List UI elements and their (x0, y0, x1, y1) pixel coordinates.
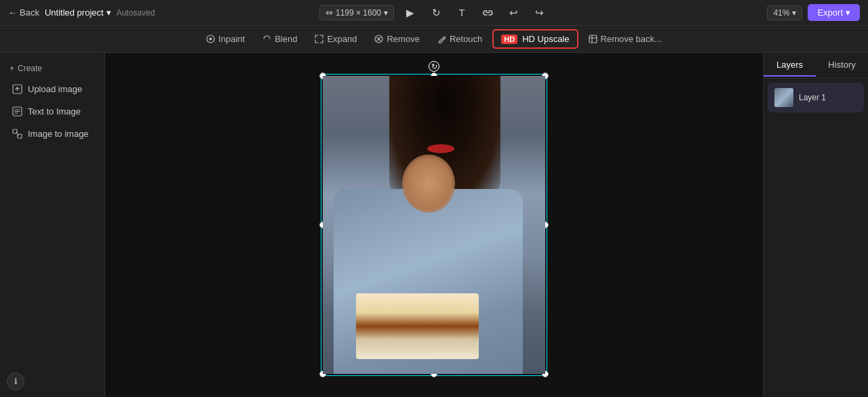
retouch-button[interactable]: Retouch (430, 30, 490, 47)
undo-tool[interactable]: ↩ (504, 3, 523, 22)
tab-history[interactable]: History (816, 54, 868, 77)
layer-item-1[interactable]: Layer 1 (768, 83, 864, 112)
remove-button[interactable]: Remove (367, 30, 427, 47)
export-chevron: ▾ (846, 7, 850, 18)
export-label: Export (817, 7, 843, 18)
remove-background-button[interactable]: Remove back... (581, 30, 669, 47)
food-dish (356, 293, 478, 359)
text-tool[interactable]: T (452, 3, 471, 22)
rotate-handle[interactable]: ↻ (429, 61, 439, 72)
text-to-image-icon (12, 106, 22, 117)
canvas-image-wrapper: ↻ (323, 76, 545, 374)
image-to-image-icon (12, 129, 22, 139)
tab-layers[interactable]: Layers (764, 54, 816, 77)
canvas-image (323, 76, 545, 374)
export-button[interactable]: Export ▾ (808, 4, 860, 21)
link-tool[interactable] (478, 3, 497, 22)
svg-point-1 (210, 38, 212, 41)
svg-rect-3 (589, 35, 597, 43)
text-to-image-label: Text to Image (28, 106, 81, 117)
redo-tool[interactable]: ↪ (530, 3, 549, 22)
sidebar-item-text-to-image[interactable]: Text to Image (5, 101, 99, 122)
hd-upscale-button[interactable]: HD HD Upscale (492, 29, 578, 49)
app-header: ← Back Untitled project ▾ Autosaved ⇔ 11… (0, 0, 868, 26)
expand-button[interactable]: Expand (307, 30, 364, 47)
sidebar-item-image-to-image[interactable]: Image to image (5, 123, 99, 144)
header-center: ⇔ 1199 × 1600 ▾ ▶ ↻ T ↩ ↪ (319, 3, 549, 22)
zoom-value: 41% (773, 8, 789, 18)
back-label: Back (20, 7, 39, 18)
chevron-icon: ▾ (384, 8, 388, 18)
panel-tabs: Layers History (764, 53, 868, 79)
chevron-down-icon: ▾ (106, 7, 111, 18)
autosaved-status: Autosaved (117, 8, 155, 18)
info-button[interactable]: ℹ (7, 373, 24, 390)
upload-icon (12, 84, 22, 94)
sidebar-item-upload[interactable]: Upload image (5, 79, 99, 100)
zoom-chevron: ▾ (792, 8, 796, 18)
project-name[interactable]: Untitled project ▾ (45, 7, 111, 18)
header-left: ← Back Untitled project ▾ Autosaved (8, 7, 155, 18)
image-to-image-label: Image to image (28, 129, 89, 139)
back-icon: ← (8, 7, 17, 18)
canvas-area[interactable]: ↻ (105, 53, 763, 397)
canvas-size-button[interactable]: ⇔ 1199 × 1600 ▾ (319, 5, 394, 20)
layer-thumbnail (774, 88, 793, 107)
bottom-info-area: ℹ (7, 373, 24, 390)
right-panel: Layers History Layer 1 (763, 53, 868, 397)
refresh-tool[interactable]: ↻ (427, 3, 446, 22)
blend-button[interactable]: Blend (255, 30, 304, 47)
resize-icon: ⇔ (326, 7, 333, 18)
editing-toolbar: Inpaint Blend Expand Remove Retouch HD H… (0, 26, 868, 53)
sidebar: + Create Upload image Text to Image Imag… (0, 53, 105, 397)
inpaint-button[interactable]: Inpaint (199, 30, 252, 47)
plus-icon: + (9, 64, 14, 73)
back-button[interactable]: ← Back (8, 7, 39, 18)
layer-name: Layer 1 (799, 93, 826, 102)
canvas-size-value: 1199 × 1600 (336, 8, 381, 18)
create-section-title: + Create (5, 60, 99, 79)
main-content: + Create Upload image Text to Image Imag… (0, 53, 868, 397)
zoom-button[interactable]: 41% ▾ (767, 5, 802, 20)
play-tool[interactable]: ▶ (401, 3, 420, 22)
header-right: 41% ▾ Export ▾ (767, 4, 860, 21)
upload-label: Upload image (28, 84, 82, 94)
